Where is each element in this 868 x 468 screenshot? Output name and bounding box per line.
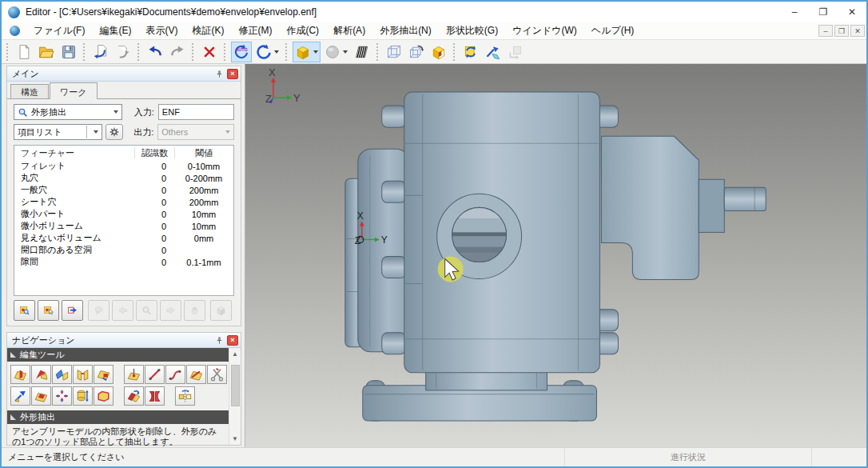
- menu-item-envelope[interactable]: 外形抽出(N): [372, 22, 439, 39]
- edit-tool-face-slash-button[interactable]: [186, 365, 206, 384]
- mode-select[interactable]: 外形抽出: [14, 104, 122, 120]
- menu-item-help[interactable]: ヘルプ(H): [584, 22, 642, 39]
- next-item-button[interactable]: [160, 300, 181, 321]
- dropdown-caret-icon[interactable]: [343, 50, 348, 54]
- output-select[interactable]: Others: [157, 124, 234, 140]
- edit-tool-bend-sheet-button[interactable]: [145, 386, 165, 406]
- edit-tool-fold-sheet-button[interactable]: [124, 386, 144, 406]
- edit-tool-curve-edit-button[interactable]: [165, 365, 185, 384]
- edit-tool-mirror-copy-button[interactable]: [175, 386, 195, 406]
- mdi-close-button[interactable]: ✕: [850, 25, 865, 37]
- edit-tool-face-patch-button[interactable]: [94, 365, 113, 384]
- transparent-view-button[interactable]: [322, 42, 350, 62]
- table-row[interactable]: 微小ボリューム010mm: [14, 220, 233, 232]
- edit-tool-stack-adjust-button[interactable]: [73, 386, 93, 406]
- rotate-view-button[interactable]: [253, 42, 281, 62]
- table-row[interactable]: 隙間00.1-1mm: [14, 256, 233, 268]
- pin-icon[interactable]: [214, 335, 225, 346]
- menu-item-compare[interactable]: 形状比較(G): [439, 22, 505, 39]
- dropdown-caret-icon[interactable]: [274, 50, 279, 54]
- delete-button[interactable]: [199, 42, 220, 62]
- table-row[interactable]: 一般穴0200mm: [14, 184, 233, 196]
- menu-item-analysis[interactable]: 解析(A): [326, 22, 372, 39]
- edit-tool-face-replace-button[interactable]: [52, 365, 72, 384]
- tab-work[interactable]: ワーク: [50, 82, 98, 99]
- redo-button[interactable]: [167, 42, 188, 62]
- scroll-down-icon[interactable]: ▼: [230, 433, 241, 445]
- export-file-button[interactable]: [113, 42, 133, 62]
- table-row[interactable]: フィレット00-10mm: [14, 160, 233, 172]
- menu-item-verify[interactable]: 検証(K): [185, 22, 231, 39]
- pick-region-button[interactable]: [38, 300, 59, 321]
- comment-balloon-button[interactable]: [88, 300, 109, 321]
- sync-model-button[interactable]: [505, 42, 526, 62]
- menu-item-create[interactable]: 作成(C): [279, 22, 326, 39]
- edit-tool-shrink-volume-button[interactable]: [52, 386, 72, 406]
- minimize-button[interactable]: –: [780, 2, 809, 22]
- highlight-region-button[interactable]: [14, 300, 35, 321]
- left-end-cap[interactable]: [358, 149, 409, 352]
- menu-item-modify[interactable]: 修正(M): [231, 22, 279, 39]
- open-file-button[interactable]: [36, 42, 57, 62]
- table-row[interactable]: 開口部のある空洞0: [14, 244, 233, 256]
- extract-region-button[interactable]: [62, 300, 83, 321]
- wireframe-view-button[interactable]: [384, 42, 404, 62]
- compare-shape-button[interactable]: [483, 42, 504, 62]
- table-row[interactable]: シート穴0200mm: [14, 196, 233, 208]
- mdi-minimize-button[interactable]: –: [818, 25, 833, 37]
- new-file-button[interactable]: [14, 42, 34, 62]
- edit-tool-line-segment-button[interactable]: [145, 365, 165, 384]
- edit-tool-face-split-button[interactable]: [10, 365, 30, 384]
- tab-structure[interactable]: 構造: [10, 84, 49, 98]
- update-model-button[interactable]: [460, 42, 481, 62]
- edit-tool-face-pair-button[interactable]: [73, 365, 93, 384]
- solid-item-button[interactable]: [210, 300, 232, 321]
- auto-rotate-button[interactable]: [231, 42, 252, 62]
- mdi-restore-button[interactable]: ❐: [834, 25, 849, 37]
- scroll-up-icon[interactable]: ▲: [230, 348, 241, 360]
- table-row[interactable]: 微小パート010mm: [14, 208, 233, 220]
- edit-tool-face-outline-button[interactable]: [94, 386, 113, 406]
- close-button[interactable]: ✕: [838, 2, 866, 22]
- edit-tool-vertex-point-button[interactable]: [124, 365, 144, 384]
- main-panel-close-icon[interactable]: ×: [227, 69, 238, 79]
- item-list-select[interactable]: 項目リスト: [14, 124, 102, 140]
- section-view-button[interactable]: [428, 42, 449, 62]
- input-format-field[interactable]: ENF: [158, 104, 234, 120]
- settings-button[interactable]: [106, 124, 124, 140]
- edit-tool-face-bend-button[interactable]: [31, 365, 51, 384]
- shaft-boss[interactable]: [699, 179, 724, 232]
- menu-item-edit[interactable]: 編集(E): [92, 22, 138, 39]
- navigation-panel-close-icon[interactable]: ×: [227, 335, 238, 346]
- zebra-view-button[interactable]: [352, 42, 372, 62]
- shaded-view-button[interactable]: [293, 42, 321, 62]
- menu-item-view[interactable]: 表示(V): [138, 22, 185, 39]
- edit-tool-arrow-extend-button[interactable]: [10, 386, 30, 406]
- touch-item-button[interactable]: [184, 300, 205, 321]
- base-plate[interactable]: [363, 386, 597, 421]
- viewport-3d[interactable]: X Y Z X Y Z: [245, 64, 866, 447]
- dropdown-caret-icon[interactable]: [313, 50, 318, 54]
- scrollbar-thumb[interactable]: [231, 365, 240, 406]
- drive-shaft[interactable]: [724, 187, 766, 210]
- pin-icon[interactable]: [214, 69, 225, 79]
- rotate-view-icon: [256, 44, 272, 60]
- rotate-model-button[interactable]: [406, 42, 427, 62]
- prev-item-button[interactable]: [112, 300, 133, 321]
- undo-button[interactable]: [145, 42, 165, 62]
- section-edit-tools[interactable]: 編集ツール: [7, 348, 229, 362]
- section-envelope[interactable]: 外形抽出: [7, 410, 229, 424]
- shaded-view-icon: [295, 44, 311, 60]
- search-item-button[interactable]: [136, 300, 157, 321]
- nav-scrollbar[interactable]: ▲ ▼: [229, 348, 241, 445]
- menu-item-window[interactable]: ウインドウ(W): [505, 22, 584, 39]
- save-file-button[interactable]: [58, 42, 79, 62]
- table-row[interactable]: 見えないボリューム00mm: [14, 232, 233, 244]
- cad-model-canvas[interactable]: X Y Z X Y Z: [245, 64, 866, 447]
- edit-tool-trim-scissors-button[interactable]: [207, 365, 227, 384]
- edit-tool-face-fill-button[interactable]: [31, 386, 51, 406]
- menu-item-file[interactable]: ファイル(F): [26, 22, 92, 39]
- table-row[interactable]: 丸穴00-200mm: [14, 172, 233, 184]
- import-file-button[interactable]: [90, 42, 111, 62]
- maximize-button[interactable]: ❐: [809, 2, 838, 22]
